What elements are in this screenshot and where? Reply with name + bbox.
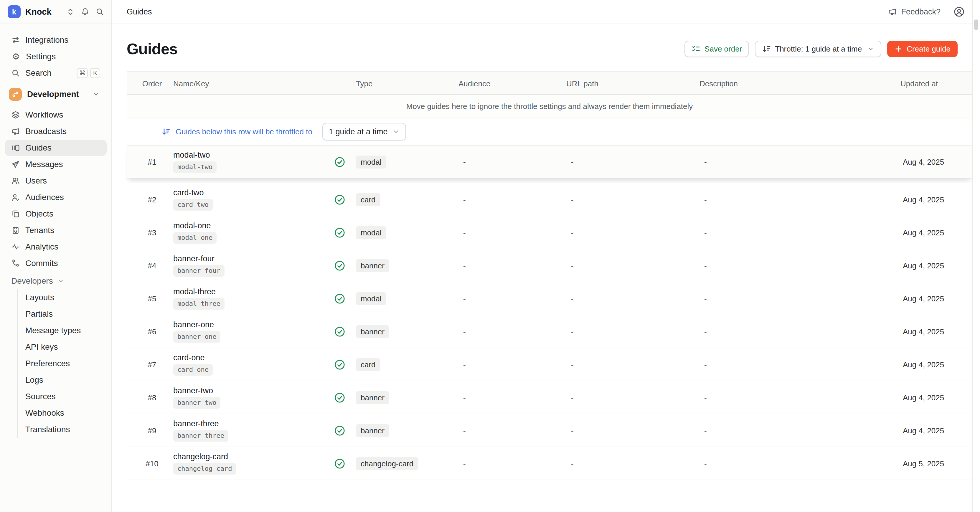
sidebar-item-sources[interactable]: Sources (18, 388, 111, 405)
sidebar-top-nav: Integrations⚙SettingsSearch⌘K (0, 24, 111, 81)
sidebar-item-api-keys[interactable]: API keys (18, 339, 111, 355)
table-row[interactable]: #4banner-fourbanner-fourbanner---Aug 4, … (127, 249, 972, 282)
sidebar-item-settings[interactable]: ⚙Settings (5, 48, 107, 65)
sidebar-item-broadcasts[interactable]: Broadcasts (5, 123, 107, 140)
throttle-value-dropdown[interactable]: 1 guide at a time (322, 123, 406, 140)
activity-icon (11, 242, 20, 251)
row-name-key: banner-threebanner-three (173, 414, 228, 447)
guides-table: OrderName/KeyTypeAudienceURL pathDescrip… (127, 71, 972, 480)
guide-name: banner-four (173, 255, 215, 263)
table-header-row: OrderName/KeyTypeAudienceURL pathDescrip… (127, 71, 972, 95)
guide-key-badge: changelog-card (173, 463, 236, 474)
workspace-switcher[interactable]: k Knock (0, 0, 111, 24)
sidebar-item-label: Partials (25, 309, 53, 319)
row-description: - (704, 249, 707, 282)
sidebar-item-preferences[interactable]: Preferences (18, 355, 111, 372)
shortcut-key: ⌘ (77, 68, 88, 78)
sidebar-item-audiences[interactable]: Audiences (5, 189, 107, 206)
sidebar-item-layouts[interactable]: Layouts (18, 289, 111, 306)
sidebar-item-label: Objects (25, 209, 53, 219)
sidebar-item-analytics[interactable]: Analytics (5, 239, 107, 255)
sidebar-item-translations[interactable]: Translations (18, 421, 111, 438)
column-header-audience: Audience (458, 72, 490, 95)
breadcrumb[interactable]: Guides (127, 7, 152, 16)
table-row[interactable]: #9banner-threebanner-threebanner---Aug 4… (127, 414, 972, 447)
sidebar-item-users[interactable]: Users (5, 173, 107, 189)
sidebar-item-logs[interactable]: Logs (18, 372, 111, 388)
row-audience: - (463, 216, 466, 249)
row-audience: - (463, 249, 466, 282)
row-updated-at: Aug 5, 2025 (903, 447, 944, 480)
column-header-updated-at: Updated at (900, 72, 938, 95)
row-audience: - (463, 414, 466, 447)
send-icon (11, 160, 20, 169)
environment-switcher[interactable]: Development (5, 86, 107, 103)
scrollbar-thumb[interactable] (974, 19, 978, 30)
row-updated-at: Aug 4, 2025 (903, 183, 944, 216)
avatar-icon[interactable] (953, 6, 965, 17)
plus-icon (894, 45, 902, 53)
dropzone-text: Move guides here to ignore the throttle … (406, 102, 693, 111)
sidebar-developers-nav: LayoutsPartialsMessage typesAPI keysPref… (17, 289, 111, 438)
guide-name: modal-one (173, 222, 211, 230)
row-type: banner (356, 381, 389, 414)
sidebar-main-nav: WorkflowsBroadcastsGuidesMessagesUsersAu… (0, 107, 111, 272)
sidebar-item-label: API keys (25, 342, 58, 352)
table-row[interactable]: #5modal-threemodal-threemodal---Aug 4, 2… (127, 282, 972, 315)
table-row[interactable]: #10changelog-cardchangelog-cardchangelog… (127, 447, 972, 480)
sidebar-item-partials[interactable]: Partials (18, 306, 111, 322)
table-row[interactable]: #6banner-onebanner-onebanner---Aug 4, 20… (127, 315, 972, 348)
search-icon[interactable] (95, 7, 104, 16)
create-guide-button[interactable]: Create guide (887, 41, 958, 57)
layers-icon (11, 110, 20, 119)
column-header-type: Type (356, 72, 372, 95)
sidebar-item-workflows[interactable]: Workflows (5, 107, 107, 123)
table-row[interactable]: #2card-twocard-twocard---Aug 4, 2025 (127, 183, 972, 216)
status-check-icon (334, 348, 345, 381)
table-row[interactable]: #8banner-twobanner-twobanner---Aug 4, 20… (127, 381, 972, 414)
sidebar-item-objects[interactable]: Objects (5, 206, 107, 222)
unfold-more-icon[interactable] (66, 7, 75, 16)
row-type: banner (356, 315, 389, 348)
unthrottled-dropzone[interactable]: Move guides here to ignore the throttle … (127, 95, 972, 118)
sidebar-item-commits[interactable]: Commits (5, 255, 107, 272)
sidebar-item-label: Logs (25, 375, 43, 385)
sidebar-item-guides[interactable]: Guides (5, 140, 107, 156)
sidebar-item-integrations[interactable]: Integrations (5, 32, 107, 48)
scrollbar-track[interactable] (972, 0, 980, 512)
row-url-path: - (571, 216, 574, 249)
row-updated-at: Aug 4, 2025 (903, 282, 944, 315)
table-row[interactable]: #3modal-onemodal-onemodal---Aug 4, 2025 (127, 216, 972, 249)
row-order: #7 (138, 348, 165, 381)
row-type: changelog-card (356, 447, 418, 480)
guide-key-badge: banner-two (173, 397, 220, 408)
type-badge: modal (356, 292, 386, 305)
megaphone-icon (11, 127, 20, 136)
table-row[interactable]: #1modal-twomodal-twomodal---Aug 4, 2025 (127, 146, 972, 178)
bell-icon[interactable] (81, 7, 89, 16)
sidebar-item-label: Analytics (25, 242, 58, 251)
sidebar-item-search[interactable]: Search⌘K (5, 65, 107, 81)
throttle-row-text[interactable]: Guides below this row will be throttled … (176, 127, 312, 137)
row-audience: - (463, 381, 466, 414)
feedback-button[interactable]: Feedback? (888, 7, 940, 16)
table-row[interactable]: #7card-onecard-onecard---Aug 4, 2025 (127, 348, 972, 381)
row-description: - (704, 183, 707, 216)
sidebar-item-label: Search (25, 68, 52, 78)
sidebar-item-messages[interactable]: Messages (5, 156, 107, 173)
status-check-icon (334, 414, 345, 447)
sidebar-item-message-types[interactable]: Message types (18, 322, 111, 339)
page-header: Guides Save order Throttle: 1 guide at a… (112, 24, 972, 61)
developers-section-toggle[interactable]: Developers (5, 273, 107, 289)
row-name-key: modal-twomodal-two (173, 146, 216, 178)
chevron-down-icon (57, 278, 64, 285)
row-order: #5 (138, 282, 165, 315)
workspace-logo: k (8, 5, 21, 18)
guide-name: modal-two (173, 151, 210, 159)
sidebar-item-tenants[interactable]: Tenants (5, 222, 107, 239)
status-check-icon (334, 216, 345, 249)
throttle-dropdown-button[interactable]: Throttle: 1 guide at a time (755, 41, 881, 57)
sidebar-item-webhooks[interactable]: Webhooks (18, 405, 111, 421)
row-updated-at: Aug 4, 2025 (903, 414, 944, 447)
save-order-button[interactable]: Save order (684, 41, 749, 57)
